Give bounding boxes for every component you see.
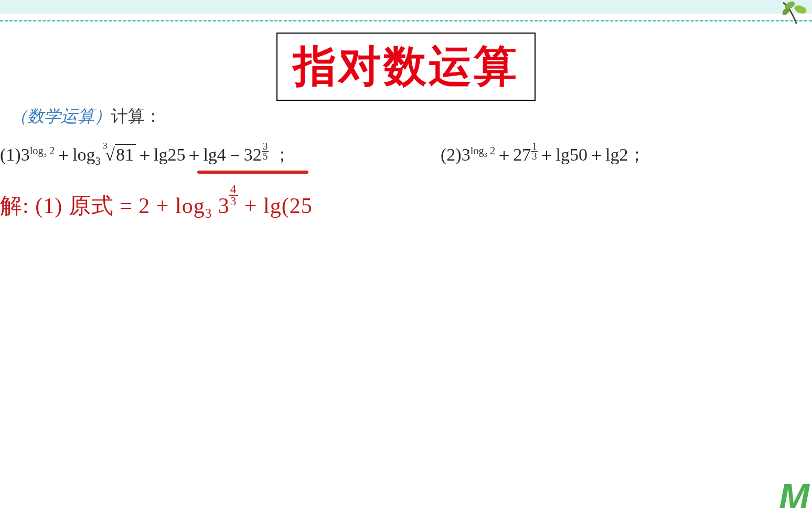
p1-exp: log3 2 — [30, 145, 55, 156]
decorative-top-strip — [0, 0, 812, 14]
p1-semi: ； — [269, 145, 291, 164]
p2-plus2: ＋lg50＋lg2； — [538, 145, 646, 164]
p1-root: 3√81 — [105, 145, 136, 165]
hand-suffix: + lg(25 — [238, 194, 312, 218]
watermark-logo: M — [779, 486, 809, 508]
title-box: 指对数运算 — [276, 33, 536, 101]
subtitle-action: 计算： — [111, 107, 162, 125]
hand-prefix: 解: (1) 原式 = 2 + log — [0, 194, 205, 218]
red-underline-annotation — [197, 171, 308, 174]
p1-plus1: ＋log — [55, 145, 95, 164]
handwritten-solution: 解: (1) 原式 = 2 + log3 343 + lg(25 — [0, 184, 313, 221]
p2-frac: 13 — [531, 142, 538, 162]
svg-point-1 — [793, 4, 807, 15]
p2-plus1: ＋27 — [495, 145, 531, 164]
p1-label: (1) — [0, 145, 21, 164]
subtitle: （数学运算）计算： — [10, 105, 162, 128]
hand-base: 3 — [212, 194, 230, 218]
plant-icon — [781, 0, 812, 24]
subtitle-category: （数学运算） — [10, 107, 111, 125]
hand-sub: 3 — [205, 206, 212, 220]
p1-frac: 35 — [262, 142, 269, 162]
p2-exp: log3 2 — [471, 145, 495, 156]
p2-label: (2) — [441, 145, 462, 164]
hand-frac: 43 — [229, 184, 239, 207]
page-title: 指对数运算 — [293, 38, 519, 96]
problem-1: (1)3log3 2＋log3 3√81＋lg25＋lg4－3235 ； — [0, 143, 291, 167]
p1-base: 3 — [21, 145, 30, 164]
p1-plus2: ＋lg25＋lg4－32 — [136, 145, 262, 164]
decorative-dashed-line — [0, 20, 812, 22]
p2-base: 3 — [462, 145, 471, 164]
problem-2: (2)3log3 2＋2713＋lg50＋lg2； — [441, 143, 646, 167]
